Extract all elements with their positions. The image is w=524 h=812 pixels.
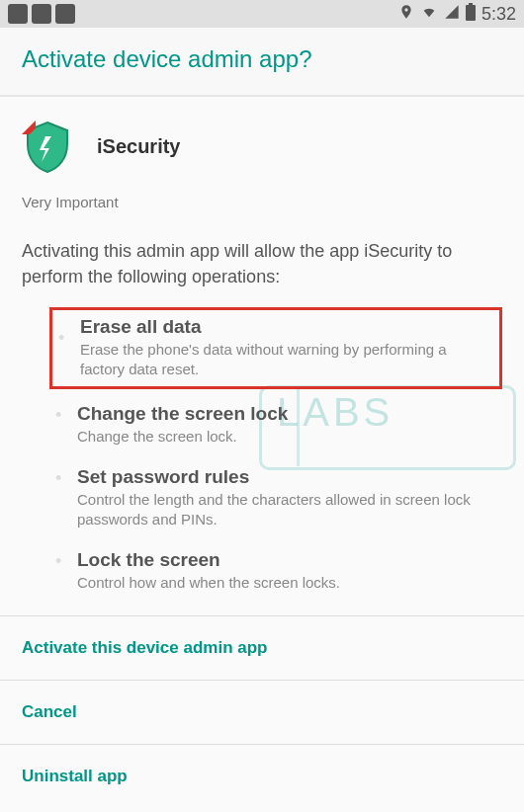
operations-list: Erase all data Erase the phone's data wi…	[0, 307, 524, 615]
importance-label: Very Important	[0, 188, 524, 230]
app-icon	[20, 119, 75, 174]
wifi-icon	[420, 4, 438, 25]
status-left-icons	[8, 4, 75, 24]
cancel-button[interactable]: Cancel	[0, 680, 524, 744]
status-bar: 5:32	[0, 0, 524, 28]
svg-rect-1	[469, 3, 473, 5]
operation-title: Lock the screen	[77, 549, 496, 571]
page-title: Activate device admin app?	[22, 45, 504, 73]
operation-change-screen-lock: Change the screen lock Change the screen…	[49, 393, 502, 456]
location-icon	[398, 4, 414, 25]
notification-icon	[8, 4, 28, 24]
notification-icon	[55, 4, 75, 24]
status-time: 5:32	[481, 4, 516, 25]
activate-button[interactable]: Activate this device admin app	[0, 615, 524, 680]
battery-icon	[466, 3, 476, 26]
operation-lock-screen: Lock the screen Control how and when the…	[49, 539, 502, 603]
signal-icon	[444, 4, 460, 25]
dialog-description: Activating this admin app will allow the…	[0, 230, 524, 307]
operation-title: Change the screen lock	[77, 403, 496, 425]
operation-description: Erase the phone's data without warning b…	[80, 340, 493, 380]
operation-title: Erase all data	[80, 316, 493, 338]
operation-title: Set password rules	[77, 466, 496, 488]
dialog-header: Activate device admin app?	[0, 28, 524, 97]
operation-description: Control how and when the screen locks.	[77, 573, 496, 593]
operation-description: Control the length and the characters al…	[77, 490, 496, 530]
app-header-row: iSecurity	[0, 97, 524, 188]
svg-rect-0	[466, 5, 476, 21]
uninstall-button[interactable]: Uninstall app	[0, 744, 524, 808]
operation-set-password-rules: Set password rules Control the length an…	[49, 456, 502, 540]
notification-icon	[32, 4, 51, 24]
operation-description: Change the screen lock.	[77, 427, 496, 447]
operation-erase-all-data: Erase all data Erase the phone's data wi…	[49, 307, 502, 389]
status-right: 5:32	[398, 3, 516, 26]
app-name: iSecurity	[97, 135, 180, 158]
